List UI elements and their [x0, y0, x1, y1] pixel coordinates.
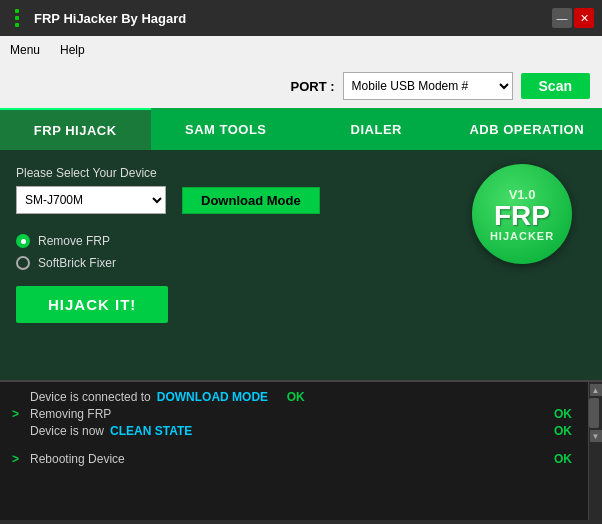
log-ok-1: OK: [287, 390, 305, 404]
hijacker-label: HIJACKER: [490, 230, 554, 242]
device-select[interactable]: SM-J700M: [16, 186, 166, 214]
menu-menu[interactable]: Menu: [6, 41, 44, 59]
menu-help[interactable]: Help: [56, 41, 89, 59]
log-text-3a: Device is now: [30, 424, 104, 438]
title-bar: FRP HiJacker By Hagard — ✕: [0, 0, 602, 36]
log-line-2: > Removing FRP OK: [12, 407, 576, 421]
log-text-1b: [274, 390, 281, 404]
frp-label: FRP: [494, 202, 550, 230]
log-ok-3: OK: [554, 424, 576, 438]
scan-button[interactable]: Scan: [521, 73, 590, 99]
radio-remove-frp-label: Remove FRP: [38, 234, 110, 248]
tab-dialer[interactable]: DIALER: [301, 108, 452, 150]
port-select[interactable]: Mobile USB Modem #: [343, 72, 513, 100]
version-badge: V1.0 FRP HIJACKER: [472, 164, 572, 264]
log-text-2: Removing FRP: [30, 407, 111, 421]
app-title: FRP HiJacker By Hagard: [34, 11, 186, 26]
tab-adb-operation[interactable]: ADB OPERATION: [452, 108, 603, 150]
hijack-button[interactable]: HIJACK IT!: [16, 286, 168, 323]
log-ok-4: OK: [554, 452, 576, 466]
log-text-1a: Device is connected to: [30, 390, 151, 404]
download-mode-button[interactable]: Download Mode: [182, 187, 320, 214]
log-ok-2: OK: [554, 407, 576, 421]
close-button[interactable]: ✕: [574, 8, 594, 28]
log-line-1: Device is connected to DOWNLOAD MODE OK: [12, 390, 576, 404]
port-bar: PORT : Mobile USB Modem # Scan: [0, 64, 602, 108]
scrollbar-down[interactable]: ▼: [590, 430, 602, 442]
tab-sam-tools[interactable]: SAM TOOLS: [151, 108, 302, 150]
minimize-button[interactable]: —: [552, 8, 572, 28]
scrollbar-thumb[interactable]: [589, 398, 599, 428]
radio-softbrick-fixer-label: SoftBrick Fixer: [38, 256, 116, 270]
log-text-4: Rebooting Device: [30, 452, 125, 466]
radio-dot-softbrick-fixer: [16, 256, 30, 270]
log-content: Device is connected to DOWNLOAD MODE OK …: [0, 382, 588, 520]
menu-bar: Menu Help: [0, 36, 602, 64]
log-line-4: > Rebooting Device OK: [12, 452, 576, 466]
log-scrollbar[interactable]: ▲ ▼: [588, 382, 602, 520]
log-arrow-4: >: [12, 452, 24, 466]
log-line-spacer: [12, 441, 576, 449]
log-area: Device is connected to DOWNLOAD MODE OK …: [0, 380, 602, 520]
scrollbar-up[interactable]: ▲: [590, 384, 602, 396]
radio-dot-remove-frp: [16, 234, 30, 248]
port-label: PORT :: [290, 79, 334, 94]
log-highlight-1: DOWNLOAD MODE: [157, 390, 268, 404]
window-controls: — ✕: [552, 8, 594, 28]
tab-frp-hijack[interactable]: FRP HIJACK: [0, 108, 151, 150]
log-line-3: Device is now CLEAN STATE OK: [12, 424, 576, 438]
app-icon: [8, 7, 26, 29]
log-highlight-3: CLEAN STATE: [110, 424, 192, 438]
main-panel: Please Select Your Device SM-J700M Downl…: [0, 150, 602, 380]
tab-bar: FRP HIJACK SAM TOOLS DIALER ADB OPERATIO…: [0, 108, 602, 150]
log-arrow-2: >: [12, 407, 24, 421]
